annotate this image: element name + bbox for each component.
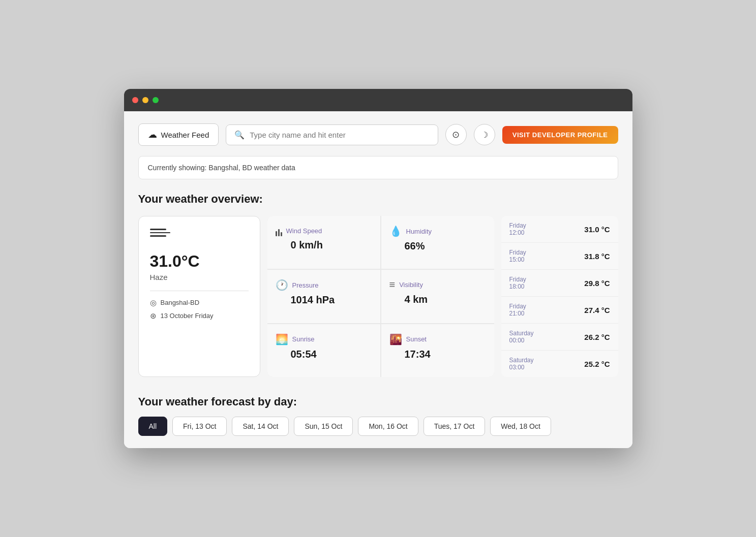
sunrise-cell: 🌅 Sunrise 05:54 — [267, 324, 380, 377]
navbar: ☁ Weather Feed 🔍 ⊙ ☽ VISIT DEVELOPER PRO… — [138, 123, 618, 146]
forecast-temp: 31.8 °C — [584, 252, 610, 261]
day-tab[interactable]: All — [138, 417, 168, 436]
forecast-temp: 31.0 °C — [584, 225, 610, 234]
pressure-cell: 🕐 Pressure 1014 hPa — [267, 270, 380, 323]
theme-button[interactable]: ☽ — [474, 124, 495, 145]
visit-developer-button[interactable]: VISIT DEVELOPER PROFILE — [502, 126, 618, 144]
sunrise-header: 🌅 Sunrise — [276, 333, 372, 345]
app-window: ☁ Weather Feed 🔍 ⊙ ☽ VISIT DEVELOPER PRO… — [124, 89, 632, 448]
compass-icon: ⊙ — [452, 129, 460, 140]
brand-label: Weather Feed — [161, 131, 209, 139]
card-divider — [150, 291, 249, 291]
day-tab[interactable]: Sat, 14 Oct — [232, 417, 289, 436]
forecast-time: 03:00 — [509, 364, 525, 371]
humidity-header: 💧 Humidity — [389, 225, 486, 237]
humidity-cell: 💧 Humidity 66% — [381, 216, 494, 269]
forecast-row: Friday 15:00 31.8 °C — [501, 243, 618, 270]
moon-icon: ☽ — [481, 130, 488, 140]
search-icon: 🔍 — [234, 130, 245, 140]
forecast-day: Friday — [509, 249, 526, 256]
sunset-cell: 🌇 Sunset 17:34 — [381, 324, 494, 377]
forecast-label: Saturday 00:00 — [509, 330, 534, 344]
titlebar — [124, 89, 632, 111]
forecast-row: Friday 12:00 31.0 °C — [501, 216, 618, 243]
forecast-label: Friday 15:00 — [509, 249, 526, 263]
main-weather-card: 31.0°C Haze ◎ Bangshal-BD ⊛ 13 October F… — [138, 216, 260, 377]
calendar-icon: ⊛ — [150, 311, 157, 321]
sunrise-label: Sunrise — [292, 335, 315, 343]
visibility-value: 4 km — [389, 294, 486, 305]
main-content: ☁ Weather Feed 🔍 ⊙ ☽ VISIT DEVELOPER PRO… — [124, 111, 632, 448]
wind-icon — [276, 225, 282, 236]
day-tab[interactable]: Sun, 15 Oct — [294, 417, 353, 436]
lines-icon: ≡ — [389, 279, 396, 291]
sunset-label: Sunset — [406, 335, 427, 343]
visibility-label: Visibility — [399, 281, 423, 289]
forecast-day: Friday — [509, 276, 526, 283]
forecast-time: 12:00 — [509, 229, 525, 236]
forecast-title: Your weather forecast by day: — [138, 395, 618, 408]
maximize-dot[interactable] — [153, 97, 159, 103]
compass-button[interactable]: ⊙ — [445, 124, 467, 145]
pressure-header: 🕐 Pressure — [276, 279, 372, 291]
brand-button[interactable]: ☁ Weather Feed — [138, 123, 219, 146]
minimize-dot[interactable] — [142, 97, 148, 103]
forecast-label: Saturday 03:00 — [509, 357, 534, 371]
sunset-icon: 🌇 — [389, 333, 402, 345]
location-row: ◎ Bangshal-BD — [150, 298, 249, 307]
wind-speed-value: 0 km/h — [276, 239, 372, 251]
forecast-day: Saturday — [509, 357, 534, 364]
day-tabs: AllFri, 13 OctSat, 14 OctSun, 15 OctMon,… — [138, 417, 618, 436]
forecast-side-panel: Friday 12:00 31.0 °C Friday 15:00 31.8 °… — [501, 216, 618, 377]
forecast-time: 18:00 — [509, 283, 525, 290]
search-container: 🔍 — [226, 124, 438, 145]
forecast-row: Friday 18:00 29.8 °C — [501, 270, 618, 297]
sunrise-value: 05:54 — [276, 349, 372, 360]
pressure-label: Pressure — [292, 281, 319, 289]
status-bar: Currently showing: Bangshal, BD weather … — [138, 156, 618, 179]
location-text: Bangshal-BD — [161, 299, 200, 306]
forecast-label: Friday 21:00 — [509, 303, 526, 317]
temperature-value: 31.0°C — [150, 252, 249, 271]
forecast-temp: 25.2 °C — [584, 360, 610, 368]
forecast-label: Friday 18:00 — [509, 276, 526, 290]
humidity-value: 66% — [389, 240, 486, 252]
weather-description: Haze — [150, 273, 249, 281]
forecast-time: 00:00 — [509, 337, 525, 344]
visibility-cell: ≡ Visibility 4 km — [381, 270, 494, 323]
day-tab[interactable]: Tues, 17 Oct — [424, 417, 486, 436]
wind-speed-cell: Wind Speed 0 km/h — [267, 216, 380, 269]
wind-speed-label: Wind Speed — [286, 227, 322, 235]
visibility-header: ≡ Visibility — [389, 279, 486, 291]
forecast-row: Saturday 03:00 25.2 °C — [501, 351, 618, 377]
stats-panel: Wind Speed 0 km/h 💧 Humidity 66% 🕐 — [267, 216, 494, 377]
drop-icon: 💧 — [389, 225, 402, 237]
sunrise-icon: 🌅 — [276, 333, 288, 345]
overview-title: Your weather overview: — [138, 193, 618, 206]
day-tab[interactable]: Mon, 16 Oct — [358, 417, 418, 436]
forecast-day: Friday — [509, 222, 526, 229]
weather-grid: 31.0°C Haze ◎ Bangshal-BD ⊛ 13 October F… — [138, 216, 618, 377]
forecast-day: Friday — [509, 303, 526, 310]
humidity-label: Humidity — [406, 228, 432, 235]
day-tab[interactable]: Wed, 18 Oct — [490, 417, 551, 436]
search-input[interactable] — [250, 131, 429, 139]
forecast-time: 15:00 — [509, 256, 525, 263]
forecast-row: Saturday 00:00 26.2 °C — [501, 324, 618, 351]
forecast-temp: 27.4 °C — [584, 306, 610, 314]
day-tab[interactable]: Fri, 13 Oct — [172, 417, 227, 436]
forecast-row: Friday 21:00 27.4 °C — [501, 297, 618, 324]
location-icon: ◎ — [150, 298, 157, 307]
forecast-temp: 29.8 °C — [584, 279, 610, 288]
haze-icon — [150, 229, 249, 237]
close-dot[interactable] — [132, 97, 138, 103]
forecast-label: Friday 12:00 — [509, 222, 526, 236]
pressure-value: 1014 hPa — [276, 294, 372, 306]
date-row: ⊛ 13 October Friday — [150, 311, 249, 321]
status-text: Currently showing: Bangshal, BD weather … — [148, 164, 295, 172]
clock-icon: 🕐 — [276, 279, 288, 291]
wind-speed-header: Wind Speed — [276, 225, 372, 236]
sunset-header: 🌇 Sunset — [389, 333, 486, 345]
forecast-time: 21:00 — [509, 310, 525, 317]
forecast-day: Saturday — [509, 330, 534, 337]
